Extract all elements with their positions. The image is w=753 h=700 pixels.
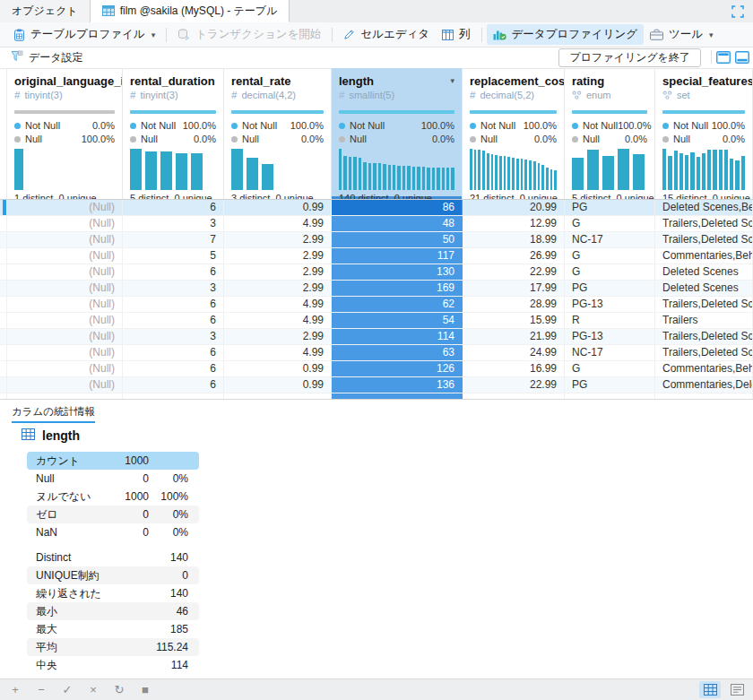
table-row[interactable]: (Null)32.9911421.99PG-13Trailers,Deleted…	[0, 329, 753, 345]
cell[interactable]: 26.99	[463, 248, 565, 264]
cell[interactable]: Commentaries,Behind the	[655, 361, 753, 376]
stats-row[interactable]: 最大185	[27, 620, 199, 638]
apply-icon[interactable]: ✓	[61, 680, 74, 700]
cell[interactable]: 62	[332, 297, 463, 312]
row-handle[interactable]	[0, 345, 7, 360]
cell[interactable]: (Null)	[7, 200, 123, 215]
data-profiling-button[interactable]: データプロファイリング	[487, 24, 644, 45]
cell[interactable]: (Null)	[7, 313, 123, 328]
row-handle[interactable]	[0, 329, 7, 344]
cell[interactable]: 17.99	[463, 281, 565, 296]
table-row[interactable]: (Null)32.9916917.99PGDeleted Scenes	[0, 281, 753, 297]
cell[interactable]: (Null)	[7, 377, 123, 393]
stats-row[interactable]: 最小46	[27, 602, 199, 620]
cell[interactable]: 169	[332, 281, 463, 296]
columns-button[interactable]: 列	[436, 24, 477, 45]
cell[interactable]: G	[565, 216, 655, 231]
form-view-icon[interactable]	[726, 681, 748, 698]
table-row[interactable]: (Null)62.9913022.99GDeleted Scenes	[0, 264, 753, 281]
cell[interactable]: 6	[123, 264, 224, 280]
panel-bottom-icon[interactable]	[735, 51, 749, 66]
cell[interactable]: 0.99	[224, 377, 332, 393]
cell[interactable]: 3	[123, 329, 224, 344]
cell[interactable]: (Null)	[7, 345, 123, 360]
cell[interactable]: 48	[332, 216, 463, 231]
cell[interactable]: 4.99	[224, 345, 332, 360]
table-row[interactable]: (Null)64.995415.99RTrailers	[0, 313, 753, 329]
cell[interactable]: Commentaries,Deleted Sc	[655, 377, 753, 393]
panel-layout-icon[interactable]	[716, 51, 731, 66]
cell[interactable]: 4.99	[224, 313, 332, 328]
table-row[interactable]: (Null)72.995018.99NC-17Trailers,Deleted …	[0, 232, 753, 248]
column-header-original_language_id[interactable]: original_language_id#tinyint(3)Not Null0…	[7, 68, 123, 199]
stats-row[interactable]: Distinct140	[27, 549, 199, 566]
cell[interactable]: Commentaries,Behind the	[655, 248, 753, 264]
column-header-special_features[interactable]: special_featuressetNot Null100.0%Null0.0…	[655, 68, 753, 199]
table-row[interactable]: (Null)60.998620.99PGDeleted Scenes,Behin…	[0, 200, 753, 216]
cell[interactable]: 4.99	[224, 297, 332, 312]
cell[interactable]: NC-17	[565, 345, 655, 360]
cell[interactable]: Trailers,Deleted Scenes	[655, 216, 753, 231]
table-row[interactable]: (Null)52.9911726.99GCommentaries,Behind …	[0, 248, 753, 264]
row-handle[interactable]	[0, 377, 7, 393]
cell[interactable]: 136	[332, 377, 463, 393]
cell[interactable]: 24.99	[463, 345, 565, 360]
cell[interactable]: 2.99	[224, 232, 332, 247]
row-handle[interactable]	[0, 232, 7, 247]
tools-button[interactable]: ツール▾	[644, 24, 720, 45]
cell[interactable]: 7	[123, 232, 224, 247]
row-handle[interactable]	[0, 248, 7, 264]
row-handle[interactable]	[0, 264, 7, 280]
cell[interactable]: 6	[123, 313, 224, 328]
cell[interactable]: PG-13	[565, 297, 655, 312]
cell[interactable]: PG	[565, 200, 655, 215]
row-handle[interactable]	[0, 361, 7, 376]
begin-transaction-button[interactable]: トランザクションを開始	[171, 24, 327, 45]
stats-row[interactable]: カウント1000	[27, 452, 199, 470]
cell[interactable]: 20.99	[463, 200, 565, 215]
add-row-icon[interactable]: +	[9, 680, 22, 700]
column-header-rating[interactable]: ratingenumNot Null100.0%Null0.0%5 distin…	[565, 68, 655, 199]
grid-view-icon[interactable]	[699, 681, 721, 698]
cell[interactable]: 50	[332, 232, 463, 247]
cell[interactable]: (Null)	[7, 281, 123, 296]
cell[interactable]: 2.99	[224, 329, 332, 344]
cell-editor-button[interactable]: セルエディタ	[337, 24, 436, 45]
cell[interactable]: (Null)	[7, 264, 123, 280]
stats-row[interactable]: 平均115.24	[27, 638, 199, 656]
table-row[interactable]: (Null)60.9913622.99PGCommentaries,Delete…	[0, 377, 753, 393]
stats-row[interactable]: Null00%	[27, 470, 199, 488]
cell[interactable]: 28.99	[463, 297, 565, 312]
refresh-icon[interactable]: ↻	[113, 680, 126, 700]
cell[interactable]: R	[565, 313, 655, 328]
column-header-rental_rate[interactable]: rental_rate#decimal(4,2)Not Null100.0%Nu…	[224, 68, 332, 199]
table-row[interactable]: (Null)34.994812.99GTrailers,Deleted Scen…	[0, 216, 753, 232]
cell[interactable]: Trailers,Deleted Scenes	[655, 232, 753, 247]
cell[interactable]: PG-13	[565, 329, 655, 344]
cell[interactable]: 126	[332, 361, 463, 376]
cell[interactable]: 22.99	[463, 377, 565, 393]
cell[interactable]: 5	[123, 248, 224, 264]
table-row[interactable]: (Null)60.9912616.99GCommentaries,Behind …	[0, 361, 753, 377]
cell[interactable]: 6	[123, 361, 224, 376]
cell[interactable]: 6	[123, 297, 224, 312]
cell[interactable]: (Null)	[7, 232, 123, 247]
cell[interactable]: 3	[123, 216, 224, 231]
table-profile-button[interactable]: テーブルプロファイル▾	[7, 24, 161, 45]
fullscreen-icon[interactable]	[731, 5, 744, 22]
cell[interactable]: 6	[123, 377, 224, 393]
cell[interactable]: 63	[332, 345, 463, 360]
cell[interactable]: NC-17	[565, 232, 655, 247]
cancel-icon[interactable]: ×	[87, 680, 100, 700]
cell[interactable]: Trailers,Deleted Scenes	[655, 345, 753, 360]
tab-objects[interactable]: オブジェクト	[0, 0, 91, 22]
cell[interactable]: 6	[123, 345, 224, 360]
stats-row[interactable]: UNIQUE制約0	[27, 566, 199, 584]
cell[interactable]: 15.99	[463, 313, 565, 328]
row-handle[interactable]	[0, 297, 7, 312]
table-row[interactable]: (Null)64.996324.99NC-17Trailers,Deleted …	[0, 345, 753, 361]
cell[interactable]: 21.99	[463, 329, 565, 344]
cell[interactable]: Deleted Scenes	[655, 281, 753, 296]
cell[interactable]: 114	[332, 329, 463, 344]
cell[interactable]: 0.99	[224, 200, 332, 215]
